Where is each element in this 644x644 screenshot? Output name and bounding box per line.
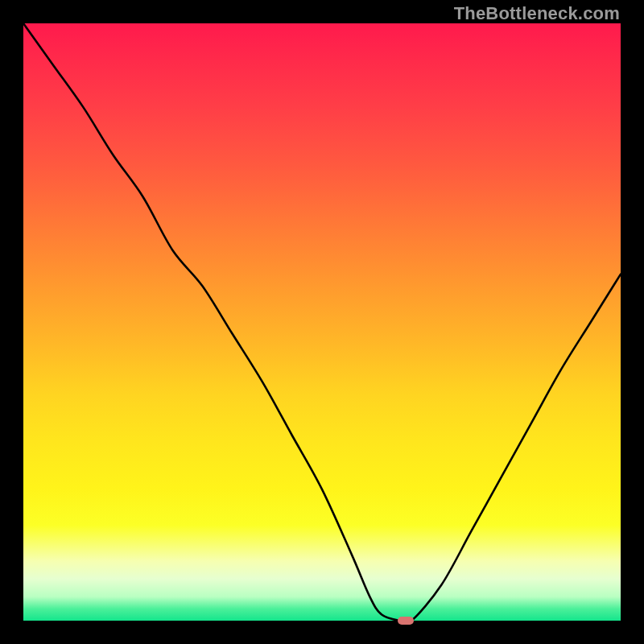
bottleneck-curve <box>23 23 621 621</box>
optimum-marker <box>398 617 414 625</box>
plot-area <box>23 23 621 621</box>
chart-frame: TheBottleneck.com <box>0 0 644 644</box>
watermark-text: TheBottleneck.com <box>454 3 620 24</box>
